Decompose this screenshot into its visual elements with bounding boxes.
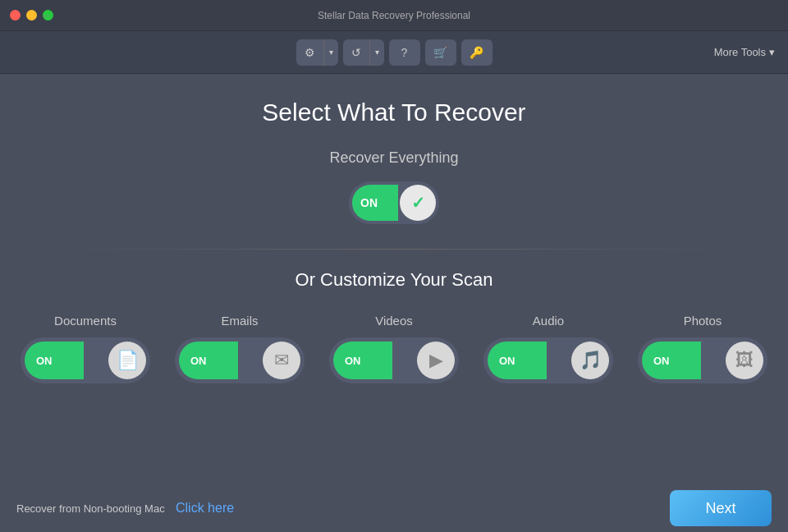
documents-item: Documents ON 📄 (21, 314, 150, 383)
key-icon: 🔑 (470, 46, 483, 59)
titlebar: ← Stellar Data Recovery Professional (0, 0, 788, 31)
non-booting-section: Recover from Non-booting Mac Click here (16, 501, 234, 516)
videos-label: Videos (375, 314, 413, 328)
audio-toggle[interactable]: ON 🎵 (483, 337, 613, 383)
photos-toggle-thumb: 🖼 (726, 342, 763, 379)
emails-item: Emails ON ✉ (175, 314, 305, 383)
emails-label: Emails (221, 314, 258, 328)
file-types-row: Documents ON 📄 Emails ON ✉ Videos (21, 314, 767, 383)
photos-toggle[interactable]: ON 🖼 (638, 337, 767, 383)
app-title: Stellar Data Recovery Professional (318, 10, 470, 21)
photos-item: Photos ON 🖼 (638, 314, 767, 383)
emails-icon: ✉ (274, 350, 289, 371)
main-content: Select What To Recover Recover Everythin… (0, 74, 788, 532)
recover-everything-toggle[interactable]: ON ✓ (349, 181, 439, 224)
non-booting-text: Recover from Non-booting Mac (16, 502, 165, 515)
history-dropdown-arrow[interactable]: ▾ (369, 39, 384, 66)
documents-toggle-thumb: 📄 (108, 342, 146, 379)
click-here-link[interactable]: Click here (176, 501, 234, 515)
documents-toggle-track (25, 342, 84, 379)
videos-toggle-track (333, 342, 392, 379)
audio-toggle-on-label: ON (499, 355, 515, 367)
videos-icon: ▶ (429, 350, 443, 371)
photos-label: Photos (684, 314, 722, 328)
section-divider (59, 249, 729, 250)
bottom-bar: Recover from Non-booting Mac Click here … (0, 484, 788, 532)
toggle-thumb: ✓ (400, 185, 436, 221)
settings-icon[interactable]: ⚙ (296, 39, 323, 66)
recover-everything-label: Recover Everything (329, 149, 458, 167)
audio-item: Audio ON 🎵 (483, 314, 613, 383)
documents-icon: 📄 (117, 350, 139, 371)
photos-icon: 🖼 (735, 350, 754, 371)
cart-icon: 🛒 (433, 46, 447, 59)
photos-toggle-on-label: ON (653, 355, 670, 367)
emails-toggle-on-label: ON (190, 355, 207, 367)
emails-toggle-thumb: ✉ (263, 342, 300, 379)
audio-label: Audio (533, 314, 564, 328)
more-tools-label: More Tools (714, 46, 766, 58)
history-dropdown[interactable]: ↺ ▾ (343, 39, 384, 66)
documents-toggle[interactable]: ON 📄 (21, 337, 150, 383)
key-button[interactable]: 🔑 (461, 39, 492, 66)
settings-dropdown-arrow[interactable]: ▾ (323, 39, 338, 66)
videos-item: Videos ON ▶ (329, 314, 459, 383)
history-icon[interactable]: ↺ (343, 39, 369, 66)
help-icon: ? (401, 46, 408, 59)
customize-label: Or Customize Your Scan (296, 269, 493, 291)
more-tools-button[interactable]: More Tools ▾ (714, 46, 775, 58)
documents-toggle-on-label: ON (36, 355, 53, 367)
emails-toggle[interactable]: ON ✉ (175, 337, 305, 383)
toolbar: ⚙ ▾ ↺ ▾ ? 🛒 🔑 More Tools ▾ (0, 31, 788, 74)
documents-label: Documents (54, 314, 117, 328)
more-tools-arrow-icon: ▾ (769, 46, 775, 58)
audio-toggle-track (488, 342, 547, 379)
settings-dropdown[interactable]: ⚙ ▾ (296, 39, 338, 66)
close-button[interactable] (10, 10, 21, 21)
videos-toggle-on-label: ON (345, 355, 361, 367)
minimize-button[interactable] (26, 10, 37, 21)
checkmark-icon: ✓ (411, 193, 425, 213)
audio-icon: 🎵 (580, 350, 602, 371)
videos-toggle-thumb: ▶ (417, 342, 455, 379)
cart-button[interactable]: 🛒 (425, 39, 456, 66)
next-button[interactable]: Next (670, 490, 772, 526)
back-icon[interactable]: ← (41, 9, 53, 22)
videos-toggle[interactable]: ON ▶ (329, 337, 459, 383)
page-title: Select What To Recover (262, 99, 525, 126)
audio-toggle-thumb: 🎵 (571, 342, 609, 379)
emails-toggle-track (179, 342, 238, 379)
help-button[interactable]: ? (389, 39, 420, 66)
toggle-on-label: ON (360, 196, 378, 209)
photos-toggle-track (642, 342, 701, 379)
